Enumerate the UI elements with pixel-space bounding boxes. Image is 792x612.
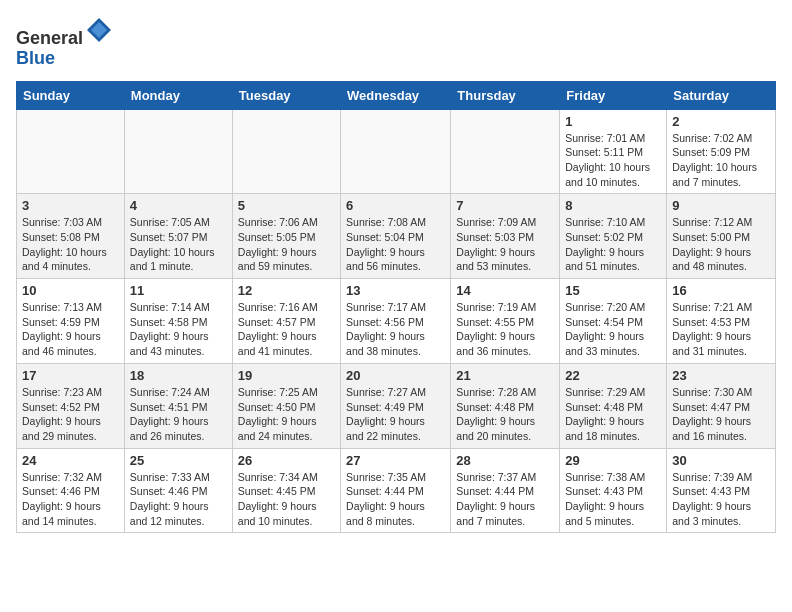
calendar-cell: 24Sunrise: 7:32 AMSunset: 4:46 PMDayligh…	[17, 448, 125, 533]
day-number: 3	[22, 198, 119, 213]
week-row-4: 24Sunrise: 7:32 AMSunset: 4:46 PMDayligh…	[17, 448, 776, 533]
day-info: Sunrise: 7:14 AMSunset: 4:58 PMDaylight:…	[130, 300, 227, 359]
weekday-header-thursday: Thursday	[451, 81, 560, 109]
calendar-cell: 3Sunrise: 7:03 AMSunset: 5:08 PMDaylight…	[17, 194, 125, 279]
weekday-header-monday: Monday	[124, 81, 232, 109]
calendar-cell: 20Sunrise: 7:27 AMSunset: 4:49 PMDayligh…	[341, 363, 451, 448]
calendar-cell: 5Sunrise: 7:06 AMSunset: 5:05 PMDaylight…	[232, 194, 340, 279]
calendar-cell: 6Sunrise: 7:08 AMSunset: 5:04 PMDaylight…	[341, 194, 451, 279]
weekday-header-wednesday: Wednesday	[341, 81, 451, 109]
day-info: Sunrise: 7:30 AMSunset: 4:47 PMDaylight:…	[672, 385, 770, 444]
day-info: Sunrise: 7:24 AMSunset: 4:51 PMDaylight:…	[130, 385, 227, 444]
day-number: 21	[456, 368, 554, 383]
day-info: Sunrise: 7:25 AMSunset: 4:50 PMDaylight:…	[238, 385, 335, 444]
day-info: Sunrise: 7:23 AMSunset: 4:52 PMDaylight:…	[22, 385, 119, 444]
day-info: Sunrise: 7:27 AMSunset: 4:49 PMDaylight:…	[346, 385, 445, 444]
day-number: 28	[456, 453, 554, 468]
header: General Blue	[16, 16, 776, 69]
weekday-header-tuesday: Tuesday	[232, 81, 340, 109]
calendar-cell: 8Sunrise: 7:10 AMSunset: 5:02 PMDaylight…	[560, 194, 667, 279]
day-number: 24	[22, 453, 119, 468]
day-info: Sunrise: 7:08 AMSunset: 5:04 PMDaylight:…	[346, 215, 445, 274]
day-info: Sunrise: 7:16 AMSunset: 4:57 PMDaylight:…	[238, 300, 335, 359]
day-number: 23	[672, 368, 770, 383]
day-info: Sunrise: 7:09 AMSunset: 5:03 PMDaylight:…	[456, 215, 554, 274]
calendar-cell: 30Sunrise: 7:39 AMSunset: 4:43 PMDayligh…	[667, 448, 776, 533]
day-number: 5	[238, 198, 335, 213]
calendar-cell: 19Sunrise: 7:25 AMSunset: 4:50 PMDayligh…	[232, 363, 340, 448]
day-number: 20	[346, 368, 445, 383]
calendar-cell: 7Sunrise: 7:09 AMSunset: 5:03 PMDaylight…	[451, 194, 560, 279]
calendar-cell: 26Sunrise: 7:34 AMSunset: 4:45 PMDayligh…	[232, 448, 340, 533]
calendar-cell: 18Sunrise: 7:24 AMSunset: 4:51 PMDayligh…	[124, 363, 232, 448]
logo: General Blue	[16, 16, 113, 69]
day-number: 12	[238, 283, 335, 298]
calendar-cell: 29Sunrise: 7:38 AMSunset: 4:43 PMDayligh…	[560, 448, 667, 533]
day-info: Sunrise: 7:34 AMSunset: 4:45 PMDaylight:…	[238, 470, 335, 529]
weekday-header-sunday: Sunday	[17, 81, 125, 109]
day-info: Sunrise: 7:35 AMSunset: 4:44 PMDaylight:…	[346, 470, 445, 529]
day-number: 17	[22, 368, 119, 383]
day-number: 4	[130, 198, 227, 213]
calendar-cell: 28Sunrise: 7:37 AMSunset: 4:44 PMDayligh…	[451, 448, 560, 533]
day-number: 19	[238, 368, 335, 383]
weekday-header-row: SundayMondayTuesdayWednesdayThursdayFrid…	[17, 81, 776, 109]
day-info: Sunrise: 7:32 AMSunset: 4:46 PMDaylight:…	[22, 470, 119, 529]
week-row-1: 3Sunrise: 7:03 AMSunset: 5:08 PMDaylight…	[17, 194, 776, 279]
day-number: 7	[456, 198, 554, 213]
calendar-cell: 15Sunrise: 7:20 AMSunset: 4:54 PMDayligh…	[560, 279, 667, 364]
calendar-cell: 22Sunrise: 7:29 AMSunset: 4:48 PMDayligh…	[560, 363, 667, 448]
day-number: 26	[238, 453, 335, 468]
day-number: 22	[565, 368, 661, 383]
day-number: 11	[130, 283, 227, 298]
calendar-cell: 25Sunrise: 7:33 AMSunset: 4:46 PMDayligh…	[124, 448, 232, 533]
day-number: 10	[22, 283, 119, 298]
calendar-cell: 1Sunrise: 7:01 AMSunset: 5:11 PMDaylight…	[560, 109, 667, 194]
day-info: Sunrise: 7:37 AMSunset: 4:44 PMDaylight:…	[456, 470, 554, 529]
day-number: 29	[565, 453, 661, 468]
day-number: 27	[346, 453, 445, 468]
calendar-cell: 10Sunrise: 7:13 AMSunset: 4:59 PMDayligh…	[17, 279, 125, 364]
calendar-cell: 16Sunrise: 7:21 AMSunset: 4:53 PMDayligh…	[667, 279, 776, 364]
logo-blue: Blue	[16, 48, 55, 68]
calendar-cell: 14Sunrise: 7:19 AMSunset: 4:55 PMDayligh…	[451, 279, 560, 364]
calendar-cell: 17Sunrise: 7:23 AMSunset: 4:52 PMDayligh…	[17, 363, 125, 448]
day-info: Sunrise: 7:33 AMSunset: 4:46 PMDaylight:…	[130, 470, 227, 529]
day-info: Sunrise: 7:21 AMSunset: 4:53 PMDaylight:…	[672, 300, 770, 359]
logo-general: General	[16, 28, 83, 48]
day-info: Sunrise: 7:06 AMSunset: 5:05 PMDaylight:…	[238, 215, 335, 274]
calendar-cell: 27Sunrise: 7:35 AMSunset: 4:44 PMDayligh…	[341, 448, 451, 533]
weekday-header-friday: Friday	[560, 81, 667, 109]
day-info: Sunrise: 7:38 AMSunset: 4:43 PMDaylight:…	[565, 470, 661, 529]
calendar-cell: 13Sunrise: 7:17 AMSunset: 4:56 PMDayligh…	[341, 279, 451, 364]
calendar-cell: 9Sunrise: 7:12 AMSunset: 5:00 PMDaylight…	[667, 194, 776, 279]
day-info: Sunrise: 7:29 AMSunset: 4:48 PMDaylight:…	[565, 385, 661, 444]
calendar-cell	[124, 109, 232, 194]
page: General Blue SundayMondayTuesdayWednesda…	[0, 0, 792, 549]
calendar-cell	[451, 109, 560, 194]
day-number: 14	[456, 283, 554, 298]
day-info: Sunrise: 7:12 AMSunset: 5:00 PMDaylight:…	[672, 215, 770, 274]
calendar-cell	[17, 109, 125, 194]
day-info: Sunrise: 7:19 AMSunset: 4:55 PMDaylight:…	[456, 300, 554, 359]
day-info: Sunrise: 7:13 AMSunset: 4:59 PMDaylight:…	[22, 300, 119, 359]
calendar-cell	[341, 109, 451, 194]
day-info: Sunrise: 7:02 AMSunset: 5:09 PMDaylight:…	[672, 131, 770, 190]
week-row-3: 17Sunrise: 7:23 AMSunset: 4:52 PMDayligh…	[17, 363, 776, 448]
day-number: 6	[346, 198, 445, 213]
calendar-cell: 4Sunrise: 7:05 AMSunset: 5:07 PMDaylight…	[124, 194, 232, 279]
logo-text: General Blue	[16, 16, 113, 69]
day-number: 1	[565, 114, 661, 129]
day-number: 16	[672, 283, 770, 298]
calendar-cell	[232, 109, 340, 194]
day-info: Sunrise: 7:05 AMSunset: 5:07 PMDaylight:…	[130, 215, 227, 274]
day-number: 13	[346, 283, 445, 298]
calendar-cell: 23Sunrise: 7:30 AMSunset: 4:47 PMDayligh…	[667, 363, 776, 448]
week-row-0: 1Sunrise: 7:01 AMSunset: 5:11 PMDaylight…	[17, 109, 776, 194]
day-number: 8	[565, 198, 661, 213]
calendar: SundayMondayTuesdayWednesdayThursdayFrid…	[16, 81, 776, 534]
day-number: 25	[130, 453, 227, 468]
calendar-cell: 21Sunrise: 7:28 AMSunset: 4:48 PMDayligh…	[451, 363, 560, 448]
day-info: Sunrise: 7:39 AMSunset: 4:43 PMDaylight:…	[672, 470, 770, 529]
calendar-cell: 11Sunrise: 7:14 AMSunset: 4:58 PMDayligh…	[124, 279, 232, 364]
